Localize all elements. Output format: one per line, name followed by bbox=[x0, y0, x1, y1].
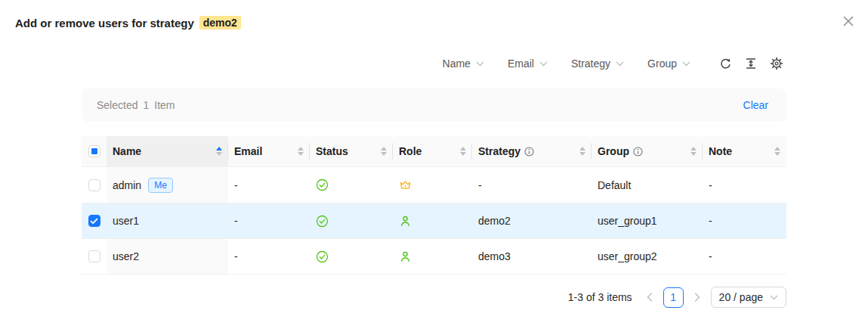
table-header: NameEmailStatusRoleStrategyGroupNote bbox=[82, 136, 786, 167]
filter-label: Name bbox=[443, 57, 471, 70]
cell-note: - bbox=[703, 167, 786, 203]
cell-strategy: demo3 bbox=[472, 239, 592, 274]
sort-caret-up bbox=[216, 147, 222, 150]
sort-caret-up bbox=[298, 147, 304, 150]
row-checkbox[interactable] bbox=[88, 215, 100, 227]
sort-icon bbox=[686, 147, 697, 156]
cell-role bbox=[393, 167, 472, 203]
pagination: 1-3 of 3 items 1 20 / page bbox=[568, 287, 786, 308]
column-label-wrap: Note bbox=[709, 145, 732, 157]
table-row-user1[interactable]: user1-demo2user_group1- bbox=[82, 203, 786, 239]
column-label-wrap: Email bbox=[234, 145, 262, 157]
status-active-icon bbox=[316, 178, 329, 191]
page-title: Add or remove users for strategy demo2 bbox=[15, 16, 241, 29]
cell-status bbox=[310, 239, 393, 274]
add-remove-users-modal: Add or remove users for strategy demo2 N… bbox=[0, 0, 868, 332]
column-label: Email bbox=[234, 145, 262, 157]
role-admin-crown-icon bbox=[399, 178, 412, 191]
cell-strategy: - bbox=[472, 167, 592, 203]
cell-group: user_group1 bbox=[592, 203, 703, 238]
sort-caret-down bbox=[298, 152, 304, 156]
sort-caret-down bbox=[216, 152, 222, 156]
select-all-cell bbox=[82, 136, 107, 166]
cell-email: - bbox=[228, 239, 310, 274]
sort-caret-down bbox=[579, 152, 585, 156]
chevron-down-icon bbox=[616, 61, 624, 67]
selection-summary: Selected 1 Item bbox=[97, 99, 175, 111]
column-label: Strategy bbox=[478, 145, 520, 157]
chevron-down-icon bbox=[770, 295, 778, 300]
filter-group[interactable]: Group bbox=[647, 57, 690, 70]
sort-icon bbox=[575, 147, 585, 156]
sort-caret-up bbox=[690, 147, 697, 150]
title-text: Add or remove users for strategy bbox=[15, 17, 194, 29]
sort-caret-down bbox=[774, 152, 780, 156]
users-table: NameEmailStatusRoleStrategyGroupNote adm… bbox=[82, 136, 786, 275]
sort-caret-down bbox=[381, 152, 387, 156]
table-header-row: NameEmailStatusRoleStrategyGroupNote bbox=[82, 136, 786, 167]
pagination-total: 1-3 of 3 items bbox=[568, 291, 632, 303]
chevron-down-icon bbox=[682, 61, 690, 67]
column-label-wrap: Group bbox=[598, 145, 643, 157]
table-row-admin[interactable]: adminMe--Default- bbox=[82, 167, 786, 203]
row-height-icon[interactable] bbox=[745, 57, 757, 70]
cell-note: - bbox=[703, 203, 786, 238]
row-checkbox-cell bbox=[82, 203, 107, 238]
row-checkbox-cell bbox=[82, 239, 107, 274]
column-header-status[interactable]: Status bbox=[310, 136, 393, 166]
info-icon bbox=[633, 147, 643, 157]
column-header-role[interactable]: Role bbox=[393, 136, 472, 166]
close-icon[interactable] bbox=[840, 13, 857, 29]
column-header-note[interactable]: Note bbox=[703, 136, 786, 166]
cell-name: adminMe bbox=[107, 167, 228, 203]
filter-name[interactable]: Name bbox=[443, 57, 484, 70]
sort-caret-up bbox=[774, 147, 780, 150]
prev-page-button[interactable] bbox=[643, 287, 656, 308]
sort-icon bbox=[376, 147, 387, 156]
column-header-strategy[interactable]: Strategy bbox=[472, 136, 592, 166]
cell-email: - bbox=[228, 203, 310, 238]
cell-status bbox=[310, 167, 393, 203]
me-badge: Me bbox=[148, 178, 173, 193]
column-label-wrap: Status bbox=[316, 145, 348, 157]
table-row-user2[interactable]: user2-demo3user_group2- bbox=[82, 239, 786, 275]
column-header-name[interactable]: Name bbox=[107, 136, 228, 166]
select-all-checkbox[interactable] bbox=[88, 145, 100, 157]
filter-strategy[interactable]: Strategy bbox=[571, 57, 624, 70]
refresh-icon[interactable] bbox=[719, 57, 732, 70]
user-name: admin bbox=[113, 179, 141, 191]
chevron-down-icon bbox=[476, 61, 484, 67]
row-checkbox[interactable] bbox=[88, 179, 100, 191]
info-icon bbox=[524, 147, 534, 157]
user-name: user1 bbox=[113, 215, 139, 227]
cell-note: - bbox=[703, 239, 786, 274]
toolbar-icons bbox=[719, 57, 783, 70]
filter-label: Strategy bbox=[571, 57, 610, 70]
column-label: Role bbox=[399, 145, 422, 157]
column-label: Status bbox=[316, 145, 348, 157]
cell-role bbox=[393, 239, 472, 274]
column-header-email[interactable]: Email bbox=[228, 136, 310, 166]
user-name: user2 bbox=[113, 250, 139, 262]
row-checkbox[interactable] bbox=[88, 250, 100, 262]
settings-icon[interactable] bbox=[770, 57, 783, 70]
sort-icon bbox=[456, 147, 466, 156]
selection-bar: Selected 1 Item Clear bbox=[82, 88, 786, 122]
page-size-value: 20 / page bbox=[719, 291, 763, 303]
page-1-button[interactable]: 1 bbox=[663, 287, 684, 308]
cell-strategy: demo2 bbox=[472, 203, 592, 238]
status-active-icon bbox=[316, 215, 329, 228]
status-active-icon bbox=[316, 250, 329, 263]
sort-caret-up bbox=[460, 147, 466, 150]
role-user-icon bbox=[399, 250, 412, 263]
clear-selection-link[interactable]: Clear bbox=[743, 99, 768, 111]
column-label-wrap: Name bbox=[113, 145, 141, 157]
table-body: adminMe--Default-user1-demo2user_group1-… bbox=[82, 167, 786, 275]
cell-name: user2 bbox=[107, 239, 228, 274]
next-page-button[interactable] bbox=[690, 287, 704, 308]
page-size-select[interactable]: 20 / page bbox=[711, 287, 786, 308]
sort-caret-up bbox=[579, 147, 585, 150]
cell-email: - bbox=[228, 167, 310, 203]
filter-email[interactable]: Email bbox=[508, 57, 548, 70]
column-header-group[interactable]: Group bbox=[592, 136, 703, 166]
